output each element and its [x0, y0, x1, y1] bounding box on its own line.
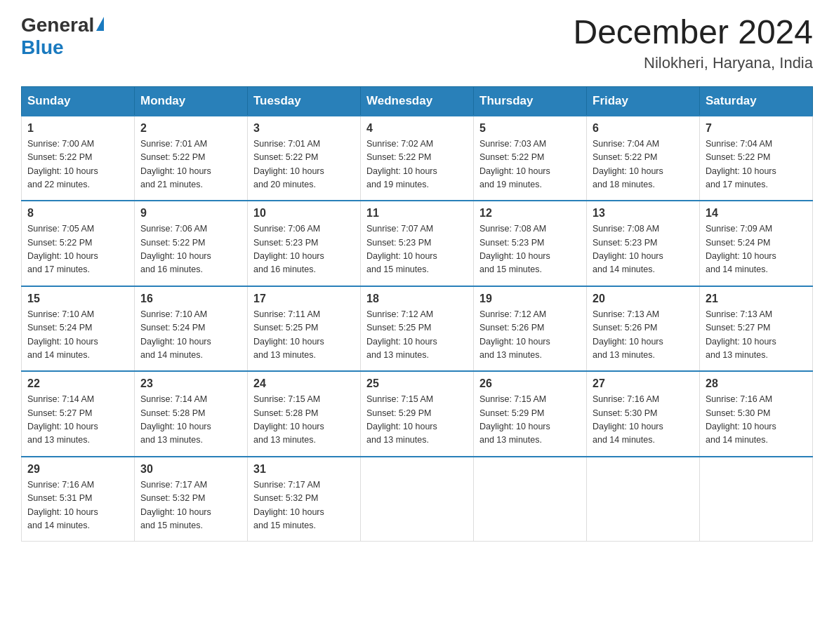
calendar-cell: 15Sunrise: 7:10 AMSunset: 5:24 PMDayligh… — [22, 286, 135, 372]
calendar-cell: 3Sunrise: 7:01 AMSunset: 5:22 PMDaylight… — [248, 116, 361, 201]
day-number: 15 — [27, 293, 128, 305]
calendar-header-saturday: Saturday — [700, 86, 813, 116]
day-info: Sunrise: 7:04 AMSunset: 5:22 PMDaylight:… — [706, 137, 807, 192]
day-info: Sunrise: 7:16 AMSunset: 5:30 PMDaylight:… — [706, 393, 807, 448]
calendar-header-row: SundayMondayTuesdayWednesdayThursdayFrid… — [22, 86, 813, 116]
day-number: 10 — [253, 207, 355, 220]
calendar-cell: 9Sunrise: 7:06 AMSunset: 5:22 PMDaylight… — [135, 201, 248, 286]
calendar-cell: 26Sunrise: 7:15 AMSunset: 5:29 PMDayligh… — [474, 371, 587, 457]
day-number: 20 — [593, 293, 694, 305]
day-info: Sunrise: 7:06 AMSunset: 5:23 PMDaylight:… — [253, 222, 355, 277]
day-number: 6 — [593, 122, 694, 135]
calendar-cell: 23Sunrise: 7:14 AMSunset: 5:28 PMDayligh… — [135, 371, 248, 457]
day-number: 23 — [140, 377, 241, 390]
day-info: Sunrise: 7:12 AMSunset: 5:26 PMDaylight:… — [479, 308, 581, 363]
calendar-header-monday: Monday — [135, 86, 248, 116]
day-number: 22 — [27, 377, 128, 390]
day-info: Sunrise: 7:12 AMSunset: 5:25 PMDaylight:… — [366, 308, 468, 363]
day-info: Sunrise: 7:05 AMSunset: 5:22 PMDaylight:… — [27, 222, 128, 277]
day-info: Sunrise: 7:02 AMSunset: 5:22 PMDaylight:… — [366, 137, 468, 192]
calendar-cell: 29Sunrise: 7:16 AMSunset: 5:31 PMDayligh… — [22, 457, 135, 542]
calendar-header-wednesday: Wednesday — [361, 86, 474, 116]
location-subtitle: Nilokheri, Haryana, India — [573, 54, 813, 72]
calendar-cell: 27Sunrise: 7:16 AMSunset: 5:30 PMDayligh… — [587, 371, 700, 457]
calendar-week-row: 15Sunrise: 7:10 AMSunset: 5:24 PMDayligh… — [22, 286, 813, 372]
calendar-cell — [587, 457, 700, 542]
day-number: 21 — [706, 293, 807, 305]
day-number: 24 — [253, 377, 355, 390]
calendar-cell: 16Sunrise: 7:10 AMSunset: 5:24 PMDayligh… — [135, 286, 248, 372]
day-info: Sunrise: 7:17 AMSunset: 5:32 PMDaylight:… — [253, 478, 355, 533]
day-info: Sunrise: 7:11 AMSunset: 5:25 PMDaylight:… — [253, 308, 355, 363]
calendar-cell: 31Sunrise: 7:17 AMSunset: 5:32 PMDayligh… — [248, 457, 361, 542]
day-info: Sunrise: 7:10 AMSunset: 5:24 PMDaylight:… — [140, 308, 241, 363]
calendar-cell: 11Sunrise: 7:07 AMSunset: 5:23 PMDayligh… — [361, 201, 474, 286]
calendar-table: SundayMondayTuesdayWednesdayThursdayFrid… — [21, 86, 813, 542]
day-info: Sunrise: 7:14 AMSunset: 5:28 PMDaylight:… — [140, 393, 241, 448]
day-number: 25 — [366, 377, 468, 390]
calendar-cell — [474, 457, 587, 542]
day-number: 30 — [140, 463, 241, 476]
calendar-cell: 18Sunrise: 7:12 AMSunset: 5:25 PMDayligh… — [361, 286, 474, 372]
day-number: 29 — [27, 463, 128, 476]
logo-general-text: General — [21, 14, 94, 36]
day-info: Sunrise: 7:04 AMSunset: 5:22 PMDaylight:… — [593, 137, 694, 192]
calendar-cell: 14Sunrise: 7:09 AMSunset: 5:24 PMDayligh… — [700, 201, 813, 286]
calendar-cell: 10Sunrise: 7:06 AMSunset: 5:23 PMDayligh… — [248, 201, 361, 286]
calendar-cell: 12Sunrise: 7:08 AMSunset: 5:23 PMDayligh… — [474, 201, 587, 286]
day-info: Sunrise: 7:01 AMSunset: 5:22 PMDaylight:… — [253, 137, 355, 192]
day-info: Sunrise: 7:14 AMSunset: 5:27 PMDaylight:… — [27, 393, 128, 448]
day-number: 13 — [593, 207, 694, 220]
month-year-title: December 2024 — [573, 14, 813, 51]
day-info: Sunrise: 7:16 AMSunset: 5:31 PMDaylight:… — [27, 478, 128, 533]
day-number: 16 — [140, 293, 241, 305]
day-info: Sunrise: 7:03 AMSunset: 5:22 PMDaylight:… — [479, 137, 581, 192]
calendar-cell: 30Sunrise: 7:17 AMSunset: 5:32 PMDayligh… — [135, 457, 248, 542]
day-info: Sunrise: 7:17 AMSunset: 5:32 PMDaylight:… — [140, 478, 241, 533]
day-number: 5 — [479, 122, 581, 135]
day-info: Sunrise: 7:00 AMSunset: 5:22 PMDaylight:… — [27, 137, 128, 192]
day-number: 19 — [479, 293, 581, 305]
day-number: 31 — [253, 463, 355, 476]
day-number: 14 — [706, 207, 807, 220]
calendar-cell: 1Sunrise: 7:00 AMSunset: 5:22 PMDaylight… — [22, 116, 135, 201]
day-number: 26 — [479, 377, 581, 390]
calendar-cell: 2Sunrise: 7:01 AMSunset: 5:22 PMDaylight… — [135, 116, 248, 201]
logo-blue-text: Blue — [21, 36, 64, 59]
calendar-cell: 28Sunrise: 7:16 AMSunset: 5:30 PMDayligh… — [700, 371, 813, 457]
day-number: 2 — [140, 122, 241, 135]
day-number: 3 — [253, 122, 355, 135]
day-info: Sunrise: 7:15 AMSunset: 5:28 PMDaylight:… — [253, 393, 355, 448]
calendar-header-sunday: Sunday — [22, 86, 135, 116]
day-number: 9 — [140, 207, 241, 220]
calendar-cell: 25Sunrise: 7:15 AMSunset: 5:29 PMDayligh… — [361, 371, 474, 457]
calendar-week-row: 29Sunrise: 7:16 AMSunset: 5:31 PMDayligh… — [22, 457, 813, 542]
calendar-week-row: 8Sunrise: 7:05 AMSunset: 5:22 PMDaylight… — [22, 201, 813, 286]
day-info: Sunrise: 7:06 AMSunset: 5:22 PMDaylight:… — [140, 222, 241, 277]
day-info: Sunrise: 7:09 AMSunset: 5:24 PMDaylight:… — [706, 222, 807, 277]
day-number: 7 — [706, 122, 807, 135]
day-info: Sunrise: 7:15 AMSunset: 5:29 PMDaylight:… — [366, 393, 468, 448]
day-info: Sunrise: 7:01 AMSunset: 5:22 PMDaylight:… — [140, 137, 241, 192]
calendar-cell — [700, 457, 813, 542]
day-info: Sunrise: 7:13 AMSunset: 5:26 PMDaylight:… — [593, 308, 694, 363]
day-number: 18 — [366, 293, 468, 305]
calendar-header-tuesday: Tuesday — [248, 86, 361, 116]
day-info: Sunrise: 7:07 AMSunset: 5:23 PMDaylight:… — [366, 222, 468, 277]
title-block: December 2024 Nilokheri, Haryana, India — [573, 14, 813, 72]
day-number: 11 — [366, 207, 468, 220]
day-info: Sunrise: 7:08 AMSunset: 5:23 PMDaylight:… — [593, 222, 694, 277]
logo: General Blue — [21, 14, 104, 59]
calendar-cell: 22Sunrise: 7:14 AMSunset: 5:27 PMDayligh… — [22, 371, 135, 457]
calendar-cell: 13Sunrise: 7:08 AMSunset: 5:23 PMDayligh… — [587, 201, 700, 286]
calendar-cell: 20Sunrise: 7:13 AMSunset: 5:26 PMDayligh… — [587, 286, 700, 372]
day-number: 8 — [27, 207, 128, 220]
calendar-cell: 4Sunrise: 7:02 AMSunset: 5:22 PMDaylight… — [361, 116, 474, 201]
day-info: Sunrise: 7:16 AMSunset: 5:30 PMDaylight:… — [593, 393, 694, 448]
day-number: 28 — [706, 377, 807, 390]
day-number: 4 — [366, 122, 468, 135]
calendar-week-row: 1Sunrise: 7:00 AMSunset: 5:22 PMDaylight… — [22, 116, 813, 201]
calendar-week-row: 22Sunrise: 7:14 AMSunset: 5:27 PMDayligh… — [22, 371, 813, 457]
day-info: Sunrise: 7:10 AMSunset: 5:24 PMDaylight:… — [27, 308, 128, 363]
day-info: Sunrise: 7:08 AMSunset: 5:23 PMDaylight:… — [479, 222, 581, 277]
